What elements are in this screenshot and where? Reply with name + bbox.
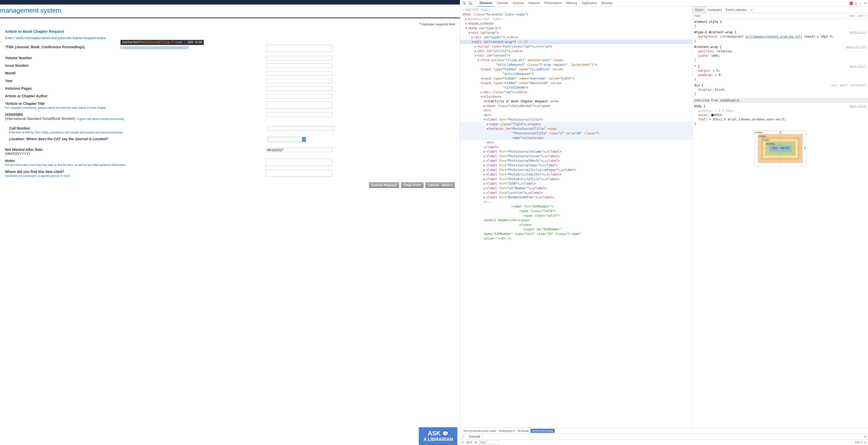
close-devtools-icon[interactable]: ✕ (864, 2, 866, 5)
tab-network[interactable]: Network (526, 0, 542, 7)
cls-toggle[interactable]: .cls (857, 14, 863, 18)
label-volume: Volume Number (5, 56, 266, 60)
gear-icon[interactable]: ⚙ (864, 441, 866, 444)
input-issue[interactable] (266, 63, 332, 68)
input-call-number[interactable] (268, 126, 334, 131)
label-location: Location: Where does the CAT say the Jou… (9, 137, 268, 141)
eye-icon[interactable]: ◉ (474, 441, 477, 444)
error-count: 1 (855, 2, 857, 5)
label-author: Article or Chapter Author (5, 94, 266, 98)
input-year[interactable] (266, 79, 332, 83)
styles-tab-styles[interactable]: Styles (693, 7, 706, 13)
label-notes: Notes Put any information here that may … (5, 159, 266, 166)
input-article-title[interactable] (266, 102, 332, 109)
top-banner (0, 0, 460, 5)
tab-elements[interactable]: Elements (477, 0, 494, 7)
devtools-main-tabs: Elements Console Sources Network Perform… (477, 0, 849, 7)
tab-security[interactable]: Security (599, 0, 614, 7)
menu-icon[interactable]: ⋮ (859, 2, 862, 5)
drawer-console-tab[interactable]: Console (467, 434, 482, 439)
console-filter-input[interactable] (479, 440, 499, 444)
inspector-highlight (120, 46, 189, 49)
page-title: management system (0, 7, 61, 14)
label-article-title: *Article or Chapter Title For copyright … (5, 102, 266, 109)
hov-toggle[interactable]: :hov (848, 14, 855, 18)
svg-rect-1 (469, 2, 471, 5)
page-header: management system (0, 5, 460, 18)
clear-console-icon[interactable]: ⊘ (462, 441, 464, 444)
tab-application[interactable]: Application (580, 0, 599, 7)
input-cited[interactable] (266, 170, 332, 177)
styles-panel: Styles Computed Event Listeners » :hov .… (693, 7, 868, 428)
submit-button[interactable]: Submit Request (369, 182, 399, 188)
required-indicator: * Indicates required field (5, 22, 455, 26)
label-call-number: Call Number If the item is held by Penn … (9, 126, 268, 134)
select-location[interactable] (268, 137, 306, 142)
input-author[interactable] (266, 94, 332, 99)
tab-sources[interactable]: Sources (510, 0, 526, 7)
label-pages: Inclusive Pages (5, 86, 266, 90)
devtools-toolbar: Elements Console Sources Network Perform… (460, 0, 868, 7)
context-dropdown[interactable]: top ▾ (466, 441, 472, 444)
drawer-menu-icon[interactable]: ⋮ (462, 435, 465, 438)
tab-console[interactable]: Console (495, 0, 510, 7)
dom-tree[interactable]: <!DOCTYPE html> <html class="fa-events-i… (460, 7, 693, 428)
styles-tab-listeners[interactable]: Event Listeners (724, 7, 749, 13)
styles-tab-computed[interactable]: Computed (706, 7, 724, 13)
label-issue: Issue Number (5, 63, 266, 68)
chat-icon: 💬 (442, 431, 448, 437)
input-volume[interactable] (266, 56, 332, 60)
log-level-dropdown[interactable]: Info ▾ (855, 441, 862, 444)
form-container: * Indicates required field Article or Bo… (0, 18, 460, 195)
styles-rules[interactable]: element.style { } main.css:3 #type-b #co… (693, 19, 868, 428)
devtools-panel: Elements Console Sources Network Perform… (460, 0, 868, 445)
section-title: Article or Book Chapter Request (5, 29, 455, 34)
inspector-tooltip: textarea#PhotoJournalTitle.f-name|289.5×… (120, 40, 204, 45)
section-subtitle: Enter / verify information below and pre… (5, 36, 455, 40)
input-notes[interactable] (266, 159, 332, 166)
input-pages[interactable] (266, 86, 332, 91)
input-month[interactable] (266, 71, 332, 76)
console-drawer: ⋮ Console ✕ (460, 433, 868, 439)
label-cited: Where did you find this item cited? Exam… (5, 170, 266, 177)
selected-dom-node[interactable]: ⋯▼<div id="content-wrap">== $0 (460, 40, 692, 44)
input-issn[interactable] (266, 113, 332, 117)
styles-filter-input[interactable] (694, 14, 847, 18)
ask-librarian-widget[interactable]: ASK💬 A LIBRARIAN (419, 427, 457, 445)
tab-performance[interactable]: Performance (542, 0, 564, 7)
label-year: Year (5, 79, 266, 83)
error-count-icon[interactable]: ✕ (849, 2, 853, 5)
label-not-wanted: Not Wanted After Date (MM/DD/YYYY) (5, 148, 266, 156)
styles-tab-more[interactable]: » (749, 7, 755, 13)
clear-button[interactable]: Clear Form (401, 182, 424, 188)
dom-breadcrumb[interactable]: html.fa-events-icons-ready body#type-b d… (460, 428, 868, 433)
input-journal-title[interactable] (266, 45, 332, 52)
cancel-button[interactable]: Cancel - Return (425, 182, 455, 188)
input-not-wanted[interactable] (266, 148, 332, 152)
inspect-icon[interactable] (462, 1, 467, 6)
device-toggle-icon[interactable] (468, 1, 473, 6)
browser-viewport: management system textarea#PhotoJournalT… (0, 0, 460, 445)
add-rule-icon[interactable]: + (865, 14, 866, 18)
label-issn: ISSN/ISBN (International Standard Serial… (5, 113, 266, 121)
drawer-close-icon[interactable]: ✕ (864, 435, 866, 438)
label-month: Month (5, 71, 266, 75)
console-toolbar: ⊘ top ▾ ◉ Info ▾ ⚙ (460, 439, 868, 445)
tab-memory[interactable]: Memory (564, 0, 579, 7)
box-model-diagram: position 0--0 margin ---- border ---- pa… (694, 128, 866, 169)
